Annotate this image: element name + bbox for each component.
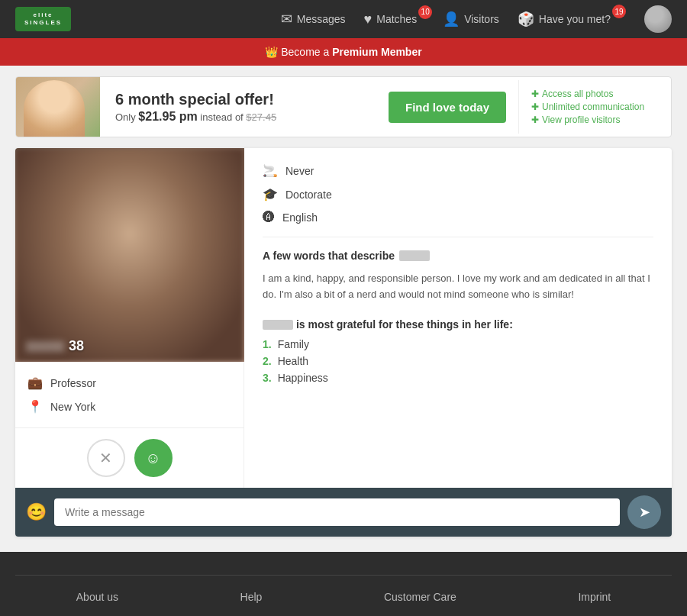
profile-body: 38 💼 Professor 📍 New York ✕ ☺ � xyxy=(15,148,672,488)
language-icon: 🅐 xyxy=(263,211,275,224)
footer-divider xyxy=(15,575,672,576)
site-logo[interactable]: elite SINGLES xyxy=(15,7,71,31)
have-you-met-badge: 19 xyxy=(612,5,626,18)
feature-1: ✚Access all photos xyxy=(531,89,659,99)
photo-blur xyxy=(15,148,244,362)
name-blurred xyxy=(26,341,64,352)
education-icon: 🎓 xyxy=(263,187,278,202)
grateful-item-3: 3. Happiness xyxy=(263,372,653,384)
visitors-icon: 👤 xyxy=(443,11,460,27)
education-row: 🎓 Doctorate xyxy=(263,187,653,202)
grateful-list: 1. Family 2. Health 3. Happiness xyxy=(263,338,653,384)
action-buttons: ✕ ☺ xyxy=(15,427,244,488)
profile-card: 38 💼 Professor 📍 New York ✕ ☺ � xyxy=(15,148,672,537)
nav-messages[interactable]: ✉ Messages xyxy=(281,11,346,27)
grateful-title: is most grateful for these things in her… xyxy=(263,318,653,331)
footer-links: About us Help Customer Care Imprint xyxy=(15,591,672,603)
offer-image xyxy=(16,76,100,137)
offer-old-price: $27.45 xyxy=(246,111,276,123)
site-header: elite SINGLES ✉ Messages ♥ Matches 10 👤 … xyxy=(0,0,687,38)
briefcase-icon: 💼 xyxy=(27,376,43,390)
language-row: 🅐 English xyxy=(263,211,653,224)
profile-age: 38 xyxy=(69,338,84,354)
grateful-name-redacted xyxy=(263,320,293,330)
smoking-row: 🚬 Never xyxy=(263,163,653,178)
send-icon: ➤ xyxy=(639,504,650,521)
offer-price-line: Only $21.95 pm instead of $27.45 xyxy=(115,110,361,124)
footer-about[interactable]: About us xyxy=(76,591,118,603)
matches-icon: ♥ xyxy=(364,11,373,27)
location-icon: 📍 xyxy=(27,399,43,414)
profile-name-age: 38 xyxy=(26,338,84,354)
profile-right: 🚬 Never 🎓 Doctorate 🅐 English A few word… xyxy=(244,148,672,488)
have-you-met-icon: 🎲 xyxy=(518,11,534,27)
grateful-item-1: 1. Family xyxy=(263,338,653,350)
grateful-item-1-label: Family xyxy=(278,338,309,350)
grateful-item-3-label: Happiness xyxy=(278,372,328,384)
offer-title: 6 month special offer! xyxy=(115,91,361,108)
messages-icon: ✉ xyxy=(281,11,292,27)
list-num-2: 2. xyxy=(263,355,272,367)
offer-instead: instead of xyxy=(200,111,246,123)
smoking-label: Never xyxy=(285,165,314,177)
grateful-title-text: is most grateful for these things in her… xyxy=(296,318,513,331)
feature-3: ✚View profile visitors xyxy=(531,114,659,125)
list-num-3: 3. xyxy=(263,372,272,384)
check-icon-3: ✚ xyxy=(531,114,539,125)
nav-have-you-met[interactable]: 🎲 Have you met? 19 xyxy=(518,11,618,27)
main-nav: ✉ Messages ♥ Matches 10 👤 Visitors 🎲 Hav… xyxy=(281,5,672,33)
check-icon-2: ✚ xyxy=(531,102,539,112)
offer-button[interactable]: Find love today xyxy=(389,92,506,123)
logo-text: elite xyxy=(24,11,62,19)
divider-1 xyxy=(263,237,653,237)
reject-button[interactable]: ✕ xyxy=(87,439,125,477)
occupation-item: 💼 Professor xyxy=(27,371,231,395)
matches-label: Matches xyxy=(376,13,417,25)
messages-label: Messages xyxy=(297,13,346,25)
occupation-label: Professor xyxy=(50,377,96,389)
offer-features: ✚Access all photos ✚Unlimited communicat… xyxy=(518,80,671,134)
footer-help[interactable]: Help xyxy=(240,591,263,603)
check-icon-1: ✚ xyxy=(531,89,539,99)
nav-visitors[interactable]: 👤 Visitors xyxy=(443,11,499,27)
location-item: 📍 New York xyxy=(27,395,231,418)
offer-text: 6 month special offer! Only $21.95 pm in… xyxy=(100,83,376,131)
message-bar: 😊 ➤ xyxy=(15,488,672,537)
language-label: English xyxy=(282,211,318,224)
bio-name-redacted xyxy=(399,250,430,261)
premium-text: Become a xyxy=(281,46,332,58)
feature-2: ✚Unlimited communication xyxy=(531,102,659,112)
profile-photo: 38 xyxy=(15,148,244,362)
matches-badge: 10 xyxy=(418,5,432,19)
send-button[interactable]: ➤ xyxy=(627,495,661,529)
avatar-image xyxy=(644,5,672,33)
premium-highlight: Premium Member xyxy=(332,46,421,58)
profile-details: 💼 Professor 📍 New York xyxy=(15,362,244,427)
footer-customer-care[interactable]: Customer Care xyxy=(384,591,456,603)
have-you-met-label: Have you met? xyxy=(539,13,611,25)
like-button[interactable]: ☺ xyxy=(134,439,173,477)
offer-banner: 6 month special offer! Only $21.95 pm in… xyxy=(15,76,672,137)
crown-icon: 👑 xyxy=(265,46,278,58)
grateful-item-2: 2. Health xyxy=(263,355,653,367)
message-input[interactable] xyxy=(54,498,620,526)
logo-sub: SINGLES xyxy=(24,19,62,27)
location-label: New York xyxy=(50,401,95,413)
bio-title: A few words that describe xyxy=(263,250,653,262)
offer-price: $21.95 pm xyxy=(138,110,197,123)
offer-subtitle: Only xyxy=(115,111,138,123)
profile-left: 38 💼 Professor 📍 New York ✕ ☺ xyxy=(15,148,244,488)
visitors-label: Visitors xyxy=(464,13,499,25)
avatar[interactable] xyxy=(644,5,672,33)
smoking-icon: 🚬 xyxy=(263,163,278,178)
list-num-1: 1. xyxy=(263,338,272,350)
nav-matches[interactable]: ♥ Matches 10 xyxy=(364,11,425,27)
site-footer: About us Help Customer Care Imprint xyxy=(0,552,687,616)
emoji-icon[interactable]: 😊 xyxy=(26,502,47,522)
footer-imprint[interactable]: Imprint xyxy=(578,591,611,603)
offer-person xyxy=(24,80,85,137)
grateful-item-2-label: Health xyxy=(278,355,308,367)
bio-text: I am a kind, happy, and responsible pers… xyxy=(263,271,653,303)
education-label: Doctorate xyxy=(285,189,332,201)
premium-banner[interactable]: 👑 Become a Premium Member xyxy=(0,38,687,66)
